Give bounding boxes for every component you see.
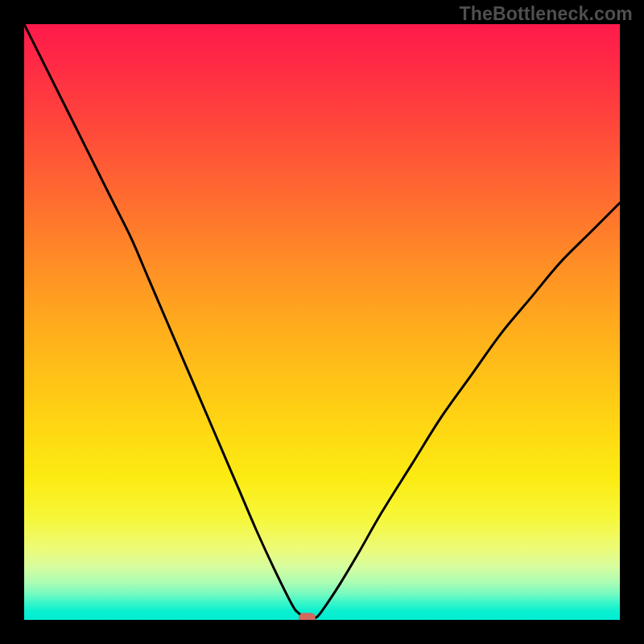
watermark-text: TheBottleneck.com (459, 3, 633, 25)
bottleneck-curve (24, 24, 620, 619)
chart-svg (24, 24, 620, 620)
minimum-marker (299, 613, 316, 620)
chart-frame: TheBottleneck.com (0, 0, 644, 644)
plot-area (24, 24, 620, 620)
